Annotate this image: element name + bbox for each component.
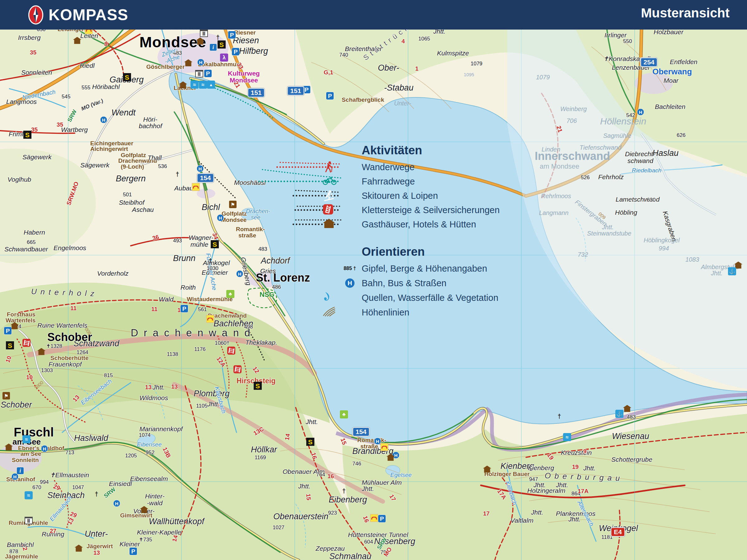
skier-icon (341, 189, 359, 202)
legend-label: Wanderwege (362, 162, 415, 172)
map-label: Jägermühle (5, 553, 38, 560)
map-label: Jägerwirt (86, 543, 113, 550)
map-symbol (22, 339, 30, 347)
map-label: Steiblhof (119, 199, 145, 206)
map-symbol (2, 392, 10, 399)
map-label: Moar (664, 77, 678, 84)
map-label: Linden (542, 146, 560, 153)
map-symbol (340, 487, 348, 495)
legend-item-gasthaeuser: Gasthäuser, Hotels & Hütten (323, 218, 499, 231)
map-label: Golfplatz (222, 210, 247, 217)
map-label: 15 (305, 494, 312, 501)
map-label: am See (21, 451, 42, 457)
map-label: Romantik- (236, 226, 265, 233)
spring-icon (341, 292, 359, 304)
map-label: 17A (578, 488, 589, 495)
map-label: Fehrholz (598, 173, 624, 181)
map-label: Hinter- (145, 492, 165, 500)
map-label: Langmann (539, 209, 569, 216)
map-label: Riedelbach (632, 167, 662, 174)
map-label: 536 (158, 163, 167, 169)
legend-label: Quellen, Wasserfälle & Vegetation (362, 293, 498, 303)
header-bar: KOMPASS Musteransicht (0, 0, 747, 30)
map-label: Bachleiten (655, 103, 686, 110)
map-label: Wildmoos (139, 394, 168, 402)
map-symbol (232, 48, 240, 56)
map-label: Gries (260, 267, 276, 275)
map-label: Wartenfels (6, 317, 35, 324)
map-symbol (93, 490, 101, 498)
map-label: Achdorf (261, 256, 290, 266)
map-label: Steinwandstube (587, 230, 631, 237)
map-label: Kienberg (528, 464, 554, 472)
legend-item-bahn: H Bahn, Bus & Straßen (323, 277, 498, 289)
legend-orientation: Orientieren 885 † Gipfel, Berge & Höhena… (323, 245, 498, 321)
map-label: Höblingkogel (644, 237, 680, 244)
map-label: Unter- (394, 100, 411, 107)
map-symbol (123, 73, 131, 81)
map-label: 740 (339, 52, 348, 58)
map-label: 8 (104, 41, 108, 48)
map-label: 561 (198, 306, 207, 313)
map-symbol (197, 59, 205, 66)
map-symbol (217, 41, 226, 49)
map-label: Jhtt. (153, 383, 165, 391)
map-label: Bambichl (7, 541, 34, 549)
legend-item-fahrradwege: Fahrradwege (323, 175, 499, 188)
legend-label: Fahrradwege (362, 177, 415, 187)
map-label: Wald (159, 296, 173, 303)
contour-icon (341, 306, 359, 319)
map-symbol (254, 382, 262, 390)
map-label: 14 (284, 433, 291, 441)
map-label: 952 (146, 450, 154, 456)
map-label: Mooshäusl (234, 179, 266, 186)
map-label: Aichingerwirt (90, 145, 128, 153)
map-label: Schottergrube (611, 456, 652, 463)
legend-item-quellen: Quellen, Wasserfälle & Vegetation (323, 292, 498, 304)
map-symbol (207, 81, 215, 89)
map-label: 1060† (215, 340, 229, 346)
map-label: 27 (50, 528, 56, 534)
map-label: Habern (24, 229, 45, 236)
map-label: Wagner- (189, 234, 213, 241)
map-symbol (236, 270, 243, 277)
map-label: 555 (81, 85, 90, 91)
map-label: 732 (578, 251, 588, 258)
map-label: 16 (328, 473, 334, 480)
map-label: Jhtt. (531, 509, 543, 516)
map-symbol (226, 290, 234, 298)
map-label: 19 (572, 463, 578, 471)
page: 650IrrsbergLeidingerhofLeiten522Pfahlbau… (0, 0, 747, 560)
map-label: Mariannenkopf (139, 425, 183, 433)
map-label: 764 (316, 472, 325, 478)
map-label: 1079 (536, 74, 550, 81)
map-symbol (113, 500, 121, 507)
road-shield: 254 (640, 58, 658, 67)
legend-activities: Aktivitäten Wanderwege (323, 144, 499, 232)
map-label: Höllkar (251, 445, 277, 455)
map-label: 35 (30, 49, 36, 56)
map-label: Haslwald (74, 433, 108, 443)
map-label: 11 (70, 305, 77, 312)
map-label: Riedl (80, 62, 95, 70)
map-symbol (374, 438, 381, 445)
map-label: Entfelden (670, 58, 697, 65)
map-label: 604 (364, 539, 373, 545)
compass-icon (27, 5, 44, 25)
map-label: G,1 (324, 69, 333, 76)
map-symbol (200, 30, 208, 37)
map-label: Kreuzstein (561, 449, 592, 456)
road-shield: 154 (352, 427, 369, 436)
map-label: 1176 (194, 346, 206, 352)
map-label: mühle (190, 241, 208, 248)
legend-activities-title: Aktivitäten (323, 144, 499, 157)
map-symbol (306, 438, 314, 446)
map-label: Zeppezau (316, 545, 344, 552)
map-label: 4 (402, 38, 405, 45)
map-label: schwand (627, 157, 653, 165)
map-symbol (206, 315, 214, 323)
map-label: Riesner (234, 29, 256, 36)
map-label: ✝Ellmaustein (50, 471, 89, 479)
map-label: 630 (647, 197, 655, 203)
map-label: Sägewerk (22, 153, 51, 161)
